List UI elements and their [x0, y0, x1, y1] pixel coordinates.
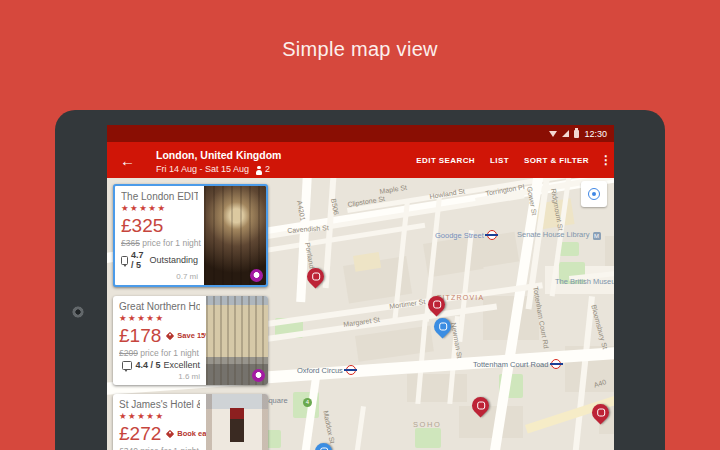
underground-roundel-icon [487, 230, 497, 240]
star-rating: ★★★★★ [119, 411, 200, 421]
review-bubble-icon [121, 256, 128, 265]
hotel-price: £325 [121, 216, 163, 235]
hotel-card-info: St James's Hotel & Club ★★★★★ £272 Book … [113, 394, 206, 450]
overflow-menu-button[interactable]: ⋮ [598, 153, 614, 167]
map-label-b506: B506 [330, 198, 340, 215]
date-range: Fri 14 Aug - Sat 15 Aug [156, 164, 249, 175]
price-row: £178 Save 15% [119, 326, 200, 345]
map-label-goodge-street: Goodge Street [435, 230, 497, 240]
map-road [353, 406, 366, 450]
hotel-card[interactable]: Great Northern Hotel ★★★★★ £178 Save 15%… [113, 296, 268, 385]
hotel-cards-list: The London EDITION ★★★★★ £325 £365 price… [113, 184, 268, 450]
appbar-action-list[interactable]: LIST [490, 156, 509, 165]
map-road [323, 178, 337, 288]
hotel-price: £272 [119, 424, 161, 443]
map-label-maddox-st: Maddox St [322, 410, 336, 444]
hotel-card[interactable]: St James's Hotel & Club ★★★★★ £272 Book … [113, 394, 268, 450]
hotel-photo [206, 394, 268, 450]
hotel-card[interactable]: The London EDITION ★★★★★ £325 £365 price… [113, 184, 268, 287]
page-title: Simple map view [0, 38, 720, 61]
map-label-4: 4 [303, 398, 312, 407]
old-price: £340 [119, 446, 138, 450]
underground-roundel-icon [346, 365, 356, 375]
appbar-action-edit-search[interactable]: EDIT SEARCH [416, 156, 475, 165]
price-row: £272 Book early [119, 424, 200, 443]
map-label-cavendish-st: Cavendish St [287, 224, 329, 234]
star-rating: ★★★★★ [119, 313, 200, 323]
rating-score: 4.7 / 5 [131, 250, 147, 270]
clock: 12:30 [584, 129, 607, 139]
appbar-titles: London, United Kingdom Fri 14 Aug - Sat … [156, 144, 281, 175]
map-label-the-british-museum: The British Museum [555, 278, 614, 286]
map-label-oxford-circus: Oxford Circus [297, 365, 356, 375]
map-label-soho: SOHO [413, 421, 442, 429]
hotel-card-info: Great Northern Hotel ★★★★★ £178 Save 15%… [113, 296, 206, 385]
old-price-row: £209 price for 1 night [119, 348, 200, 358]
rating-score: 4.4 / 5 [135, 360, 160, 370]
map-label-maple-st: Maple St [379, 184, 407, 195]
guest-rating: 4.4 / 5 Excellent 1.6 mi [119, 360, 200, 370]
star-rating: ★★★★★ [121, 203, 198, 213]
guest-rating: 4.7 / 5 Outstanding 0.7 mi [121, 250, 198, 270]
map-park [559, 242, 579, 256]
old-price-row: £365 price for 1 night [121, 238, 198, 248]
map-label-senate-house-library: Senate House LibraryM [517, 231, 601, 240]
tablet-device-frame: 12:30 ← London, United Kingdom Fri 14 Au… [55, 110, 665, 450]
price-row: £325 [121, 216, 198, 235]
battery-icon [574, 130, 579, 138]
hotel-name: The London EDITION [121, 191, 198, 202]
rating-word: Excellent [163, 360, 200, 370]
back-button[interactable]: ← [120, 153, 135, 168]
hotel-name: St James's Hotel & Club [119, 399, 200, 410]
old-price-row: £340 price for 1 night [119, 446, 200, 450]
status-bar: 12:30 [107, 125, 614, 142]
price-note: price for 1 night [142, 238, 201, 248]
old-price: £209 [119, 348, 138, 358]
map-block [459, 406, 523, 438]
app-bar: ← London, United Kingdom Fri 14 Aug - Sa… [107, 142, 614, 178]
underground-roundel-icon [551, 359, 561, 369]
my-location-button[interactable] [581, 181, 607, 207]
hotel-photo [206, 296, 268, 385]
wifi-icon [549, 131, 557, 137]
hotel-photo [204, 186, 266, 285]
review-bubble-icon [122, 361, 132, 370]
tag-icon [166, 429, 174, 437]
hotel-name: Great Northern Hotel [119, 301, 200, 312]
map-park [415, 428, 441, 448]
map-label-bloomsbury-st: Bloomsbury St [590, 304, 609, 350]
appbar-action-sort-filter[interactable]: SORT & FILTER [524, 156, 589, 165]
front-camera [72, 306, 84, 318]
appbar-title: London, United Kingdom [156, 149, 281, 161]
cell-signal-icon [562, 130, 569, 137]
tag-icon [166, 331, 174, 339]
app-screen: 12:30 ← London, United Kingdom Fri 14 Au… [107, 125, 614, 450]
guest-count: 2 [265, 164, 270, 175]
rating-word: Outstanding [149, 255, 198, 265]
map-label-tottenham-court-road: Tottenham Court Road [473, 359, 561, 369]
hotel-price: £178 [119, 326, 161, 345]
distance: 1.6 mi [119, 372, 200, 381]
appbar-subtitle: Fri 14 Aug - Sat 15 Aug 2 [156, 164, 281, 175]
guests-icon [255, 166, 263, 175]
appbar-actions: EDIT SEARCHLISTSORT & FILTER [416, 156, 598, 165]
map[interactable]: The London EDITION ★★★★★ £325 £365 price… [107, 178, 614, 450]
old-price: £365 [121, 238, 140, 248]
price-note: price for 1 night [140, 446, 199, 450]
museum-icon: M [593, 232, 601, 240]
distance: 0.7 mi [121, 272, 198, 281]
crosshair-icon [588, 188, 600, 200]
hotel-card-info: The London EDITION ★★★★★ £325 £365 price… [115, 186, 204, 285]
price-note: price for 1 night [140, 348, 199, 358]
